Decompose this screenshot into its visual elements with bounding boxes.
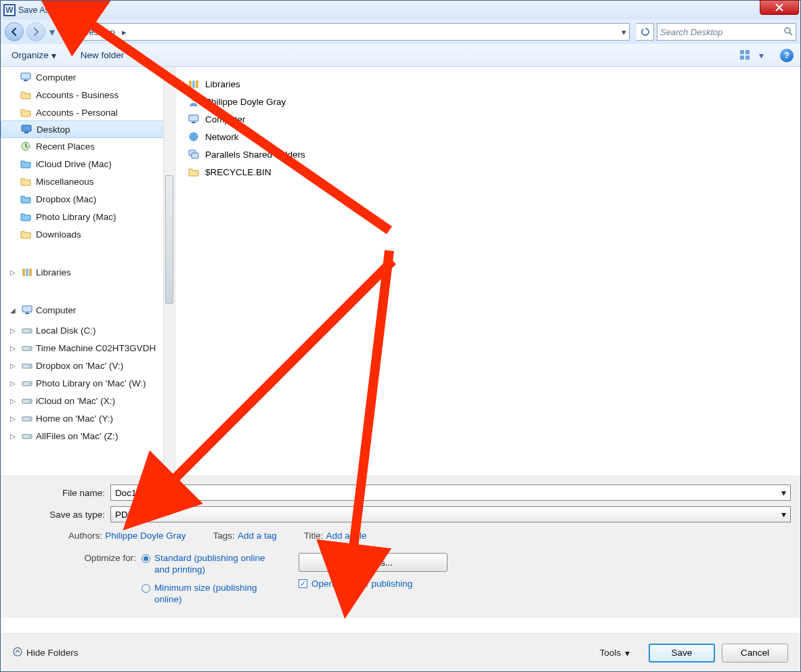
radio-standard[interactable]: Standard (publishing online and printing…: [142, 553, 276, 576]
search-box[interactable]: Search Desktop: [657, 23, 796, 41]
nav-item[interactable]: iCloud Drive (Mac): [1, 155, 175, 173]
save-as-type-combo[interactable]: PDF ▾: [110, 506, 791, 522]
cancel-button[interactable]: Cancel: [722, 644, 788, 663]
nav-item[interactable]: Accounts - Business: [1, 86, 175, 104]
file-list-item[interactable]: Parallels Shared Folders: [188, 145, 788, 163]
open-after-publishing-checkbox[interactable]: ✓ Open file after publishing: [299, 579, 412, 589]
svg-rect-13: [22, 269, 25, 276]
nav-item[interactable]: Photo Library (Mac): [1, 208, 175, 225]
svg-rect-8: [21, 73, 30, 79]
bluefolder-icon: [20, 193, 32, 205]
authors-value[interactable]: Philippe Doyle Gray: [105, 531, 186, 541]
nav-item[interactable]: Accounts - Personal: [1, 104, 175, 121]
breadcrumb-segment[interactable]: Desktop: [80, 27, 118, 37]
help-button[interactable]: ?: [780, 49, 794, 62]
tree-item-libraries[interactable]: ▷ Libraries: [1, 263, 175, 281]
tree-item-drive[interactable]: ▷Photo Library on 'Mac' (W:): [1, 374, 175, 392]
nav-item-label: iCloud Drive (Mac): [36, 159, 112, 169]
save-button[interactable]: Save: [649, 644, 715, 663]
explorer-toolbar: Organize ▾ New folder ▾ ?: [1, 44, 800, 67]
options-button[interactable]: Options...: [299, 553, 448, 572]
collapse-icon[interactable]: ▷: [10, 380, 18, 387]
refresh-button[interactable]: [636, 23, 654, 41]
file-list-item[interactable]: Computer: [188, 110, 788, 128]
file-list-item[interactable]: $RECYCLE.BIN: [188, 163, 788, 181]
dropdown-icon[interactable]: ▾: [781, 509, 786, 520]
hide-folders-button[interactable]: Hide Folders: [13, 647, 79, 658]
tree-item-drive[interactable]: ▷Dropbox on 'Mac' (V:): [1, 357, 175, 374]
title-label: Title:: [304, 531, 324, 541]
views-button[interactable]: ▾: [740, 50, 764, 61]
chevron-down-icon: ▾: [51, 50, 56, 61]
breadcrumb-arrow-icon[interactable]: ▸: [119, 27, 129, 37]
file-list-item[interactable]: Network: [188, 128, 788, 145]
file-list[interactable]: LibrariesPhilippe Doyle GrayComputerNetw…: [175, 67, 800, 476]
collapse-icon[interactable]: ▷: [10, 397, 18, 405]
nav-item[interactable]: Downloads: [1, 225, 175, 243]
user-icon: [188, 95, 200, 108]
svg-point-41: [14, 648, 22, 656]
svg-rect-40: [192, 153, 198, 158]
tree-item-label: Computer: [36, 305, 76, 315]
svg-rect-33: [192, 81, 195, 88]
navigation-pane: ComputerAccounts - BusinessAccounts - Pe…: [1, 67, 175, 476]
nav-scrollbar[interactable]: [163, 67, 175, 476]
close-button[interactable]: [760, 0, 799, 15]
metadata-row: Authors:Philippe Doyle Gray Tags:Add a t…: [68, 531, 791, 541]
svg-point-19: [29, 330, 30, 332]
new-folder-button[interactable]: New folder: [77, 48, 129, 62]
nav-row: ▾ Desktop ▸ ▾ Search Desktop: [1, 20, 800, 44]
nav-item[interactable]: Recent Places: [1, 137, 175, 155]
collapse-icon[interactable]: ▷: [10, 432, 18, 440]
nav-item[interactable]: Dropbox (Mac): [1, 190, 175, 208]
folder-icon: [20, 106, 32, 118]
address-bar[interactable]: Desktop ▸ ▾: [63, 23, 630, 41]
collapse-icon[interactable]: ▷: [10, 327, 18, 334]
explorer-body: ComputerAccounts - BusinessAccounts - Pe…: [1, 67, 800, 476]
file-list-item[interactable]: Libraries: [188, 75, 788, 93]
nav-item[interactable]: Desktop: [1, 120, 175, 138]
save-as-type-value: PDF: [115, 510, 133, 520]
checkbox-icon: ✓: [299, 579, 307, 588]
nav-item[interactable]: Miscellaneous: [1, 173, 175, 190]
nav-item-label: Desktop: [37, 125, 70, 135]
organize-menu[interactable]: Organize ▾: [7, 48, 60, 63]
collapse-icon[interactable]: ▷: [10, 269, 18, 276]
tree-item-drive[interactable]: ▷iCloud on 'Mac' (X:): [1, 392, 175, 409]
expand-icon[interactable]: ◢: [10, 307, 18, 314]
address-dropdown-icon[interactable]: ▾: [622, 27, 626, 37]
nav-item-label: Recent Places: [36, 141, 95, 152]
tree-item-drive[interactable]: ▷Home on 'Mac' (Y:): [1, 409, 175, 427]
file-list-item[interactable]: Philippe Doyle Gray: [188, 93, 788, 110]
tree-item-drive[interactable]: ▷AllFiles on 'Mac' (Z:): [1, 427, 175, 445]
tree-item-label: Dropbox on 'Mac' (V:): [36, 361, 123, 371]
filename-input[interactable]: Doc1 ▾: [110, 485, 791, 501]
folder-icon: [20, 228, 32, 240]
file-list-item-label: Philippe Doyle Gray: [205, 97, 286, 107]
radio-minimum[interactable]: Minimum size (publishing online): [142, 583, 276, 606]
tree-item-drive[interactable]: ▷Time Machine C02HT3GVDH: [1, 339, 175, 357]
save-form: File name: Doc1 ▾ Save as type: PDF ▾ Au…: [1, 476, 800, 618]
forward-button[interactable]: [26, 22, 45, 41]
collapse-icon[interactable]: ▷: [10, 362, 18, 369]
bluefolder-icon: [20, 210, 32, 223]
collapse-icon[interactable]: ▷: [10, 344, 18, 352]
collapse-icon[interactable]: ▷: [10, 415, 18, 422]
dropdown-icon[interactable]: ▾: [781, 487, 786, 498]
drive-icon: [21, 342, 33, 354]
titlebar: W Save As: [1, 1, 800, 20]
title-value[interactable]: Add a title: [326, 531, 366, 541]
svg-rect-16: [22, 306, 32, 312]
drive-icon: [21, 377, 33, 389]
tools-menu[interactable]: Tools ▾: [599, 648, 630, 658]
scrollbar-thumb[interactable]: [165, 175, 173, 304]
svg-rect-37: [192, 122, 196, 123]
nav-history-dropdown-icon[interactable]: ▾: [48, 26, 56, 39]
tags-value[interactable]: Add a tag: [238, 531, 277, 541]
nav-item-label: Dropbox (Mac): [36, 194, 96, 204]
nav-item[interactable]: Computer: [1, 68, 175, 86]
libraries-icon: [188, 78, 200, 90]
tree-item-drive[interactable]: ▷Local Disk (C:): [1, 321, 175, 339]
back-button[interactable]: [5, 22, 24, 41]
tree-item-computer[interactable]: ◢ Computer: [1, 301, 175, 319]
